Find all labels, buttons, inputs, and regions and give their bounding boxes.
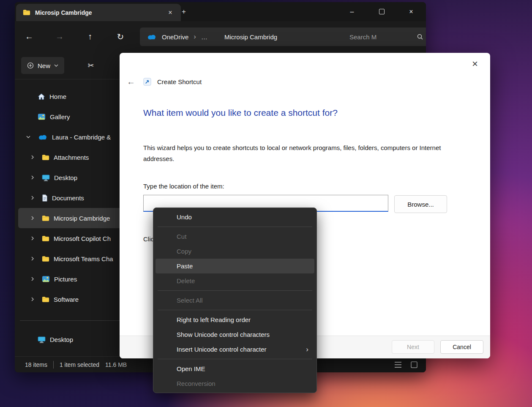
sidebar-item-label: Microsip Cambridge bbox=[54, 215, 110, 222]
plus-circle-icon bbox=[27, 62, 34, 69]
cut-button[interactable]: ✂ bbox=[82, 57, 99, 74]
breadcrumb-root[interactable]: OneDrive bbox=[162, 33, 188, 41]
sidebar: Home Gallery Laura - Cambridge & bbox=[18, 86, 125, 350]
minimize-button[interactable]: – bbox=[337, 2, 367, 21]
breadcrumb-current[interactable]: Microsip Cambridg bbox=[224, 33, 277, 41]
next-button[interactable]: Next bbox=[392, 340, 434, 354]
chevron-down-icon[interactable] bbox=[23, 136, 33, 138]
home-icon bbox=[38, 93, 45, 100]
chevron-right-icon[interactable] bbox=[27, 155, 38, 159]
close-window-button[interactable]: × bbox=[396, 2, 426, 21]
sidebar-item-label: Documents bbox=[52, 194, 84, 202]
browse-button[interactable]: Browse... bbox=[394, 195, 447, 213]
menu-item-open-ime[interactable]: Open IME bbox=[156, 361, 314, 376]
gallery-icon bbox=[38, 113, 46, 120]
sidebar-item-label: Laura - Cambridge & bbox=[52, 134, 111, 141]
chevron-right-icon: › bbox=[194, 33, 196, 41]
menu-item-cut[interactable]: Cut bbox=[156, 229, 314, 244]
folder-icon bbox=[42, 296, 49, 303]
back-button[interactable]: ← bbox=[21, 32, 38, 41]
folder-icon bbox=[42, 235, 49, 242]
sidebar-item-label: Desktop bbox=[50, 336, 73, 343]
sidebar-item-microsoft-teams[interactable]: Microsoft Teams Cha bbox=[18, 249, 125, 269]
menu-item-paste[interactable]: Paste bbox=[156, 259, 314, 273]
menu-item-copy[interactable]: Copy bbox=[156, 244, 314, 259]
dialog-description: This wizard helps you to create shortcut… bbox=[143, 142, 465, 165]
sidebar-item-label: Microsoft Teams Cha bbox=[54, 255, 113, 262]
menu-item-rtl-reading-order[interactable]: Right to left Reading order bbox=[156, 312, 314, 327]
dialog-back-button[interactable]: ← bbox=[125, 77, 137, 87]
selection-count: 1 item selected bbox=[60, 361, 99, 368]
sidebar-item-microsoft-copilot[interactable]: Microsoft Copilot Ch bbox=[18, 228, 125, 249]
search-icon bbox=[417, 33, 423, 40]
refresh-button[interactable]: ↻ bbox=[112, 32, 129, 42]
forward-button[interactable]: → bbox=[51, 32, 68, 41]
submenu-arrow-icon: › bbox=[306, 345, 308, 354]
sidebar-item-desktop[interactable]: Desktop bbox=[18, 167, 125, 188]
menu-separator bbox=[158, 290, 312, 291]
status-divider bbox=[53, 361, 54, 369]
sidebar-item-pictures[interactable]: Pictures bbox=[18, 269, 125, 289]
monitor-icon bbox=[38, 336, 46, 343]
sidebar-item-label: Pictures bbox=[54, 276, 77, 283]
tab-title: Microsip Cambridge bbox=[35, 9, 160, 16]
sidebar-item-microsip-cambridge[interactable]: Microsip Cambridge bbox=[18, 208, 125, 228]
new-tab-button[interactable]: + bbox=[178, 7, 189, 17]
sidebar-item-onedrive-root[interactable]: Laura - Cambridge & bbox=[18, 127, 125, 147]
scissors-icon: ✂ bbox=[87, 61, 94, 70]
chevron-right-icon[interactable] bbox=[27, 216, 38, 220]
textbox-context-menu: Undo Cut Copy Paste Delete Select All Ri… bbox=[153, 208, 317, 393]
menu-separator bbox=[158, 227, 312, 227]
window-controls: – × bbox=[337, 2, 426, 21]
sidebar-item-home[interactable]: Home bbox=[18, 86, 125, 107]
search-input[interactable]: Search M bbox=[349, 33, 417, 41]
sidebar-item-label: Gallery bbox=[50, 113, 70, 120]
breadcrumb-overflow-button[interactable]: … bbox=[201, 33, 208, 41]
selection-size: 11.6 MB bbox=[105, 361, 127, 368]
up-button[interactable]: ↑ bbox=[82, 32, 98, 41]
sidebar-item-software[interactable]: Software bbox=[18, 289, 125, 309]
breadcrumb[interactable]: OneDrive › … Microsip Cambridg bbox=[140, 27, 352, 46]
chevron-right-icon[interactable] bbox=[27, 297, 38, 301]
tab-close-icon[interactable]: × bbox=[165, 7, 176, 18]
new-button[interactable]: New bbox=[21, 57, 64, 74]
new-button-label: New bbox=[38, 62, 50, 69]
item-count: 18 items bbox=[25, 361, 47, 368]
chevron-down-icon bbox=[54, 64, 58, 67]
menu-separator bbox=[158, 359, 312, 359]
menu-item-undo[interactable]: Undo bbox=[156, 210, 314, 224]
sidebar-item-label: Attachments bbox=[54, 154, 89, 161]
desktop-wallpaper: { "explorer": { "tab": {"title": "Micros… bbox=[0, 0, 532, 407]
sidebar-item-attachments[interactable]: Attachments bbox=[18, 147, 125, 167]
chevron-right-icon[interactable] bbox=[27, 175, 38, 180]
sidebar-item-this-pc-desktop[interactable]: Desktop bbox=[18, 329, 125, 350]
chevron-right-icon[interactable] bbox=[27, 196, 38, 200]
details-view-icon[interactable] bbox=[394, 361, 402, 369]
menu-item-delete[interactable]: Delete bbox=[156, 273, 314, 288]
menu-item-select-all[interactable]: Select All bbox=[156, 293, 314, 308]
pictures-icon bbox=[42, 276, 50, 282]
dialog-heading: What item would you like to create a sho… bbox=[143, 108, 338, 118]
menu-item-insert-unicode-char[interactable]: Insert Unicode control character › bbox=[156, 342, 314, 357]
sidebar-item-label: Home bbox=[49, 93, 66, 100]
navigation-bar: ← → ↑ ↻ OneDrive › … Microsip Cambridg S… bbox=[15, 21, 426, 52]
menu-item-reconversion[interactable]: Reconversion bbox=[156, 376, 314, 391]
large-icons-view-icon[interactable] bbox=[410, 361, 418, 369]
chevron-right-icon[interactable] bbox=[27, 236, 38, 240]
onedrive-icon bbox=[147, 33, 157, 40]
sidebar-item-label: Software bbox=[54, 296, 79, 303]
chevron-right-icon[interactable] bbox=[27, 257, 38, 261]
sidebar-item-gallery[interactable]: Gallery bbox=[18, 107, 125, 127]
nav-buttons: ← → ↑ ↻ bbox=[21, 21, 142, 52]
cancel-button[interactable]: Cancel bbox=[440, 340, 483, 354]
sidebar-separator bbox=[20, 320, 123, 321]
sidebar-item-label: Microsoft Copilot Ch bbox=[54, 235, 111, 242]
maximize-button[interactable] bbox=[367, 2, 396, 21]
menu-item-show-unicode-chars[interactable]: Show Unicode control characters bbox=[156, 327, 314, 342]
sidebar-item-documents[interactable]: Documents bbox=[18, 188, 125, 208]
explorer-tab[interactable]: Microsip Cambridge × bbox=[16, 4, 181, 21]
search-box[interactable]: Search M bbox=[344, 27, 426, 46]
chevron-right-icon[interactable] bbox=[27, 277, 38, 281]
view-toggles bbox=[394, 361, 418, 369]
dialog-close-button[interactable]: × bbox=[467, 56, 483, 71]
